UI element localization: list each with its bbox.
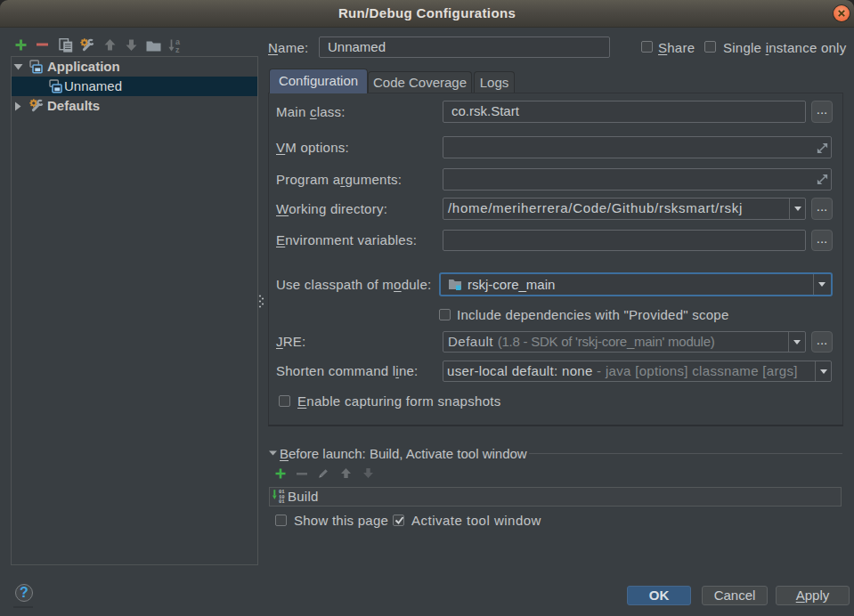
svg-text:z: z [175,45,180,53]
svg-text:01: 01 [279,498,285,505]
